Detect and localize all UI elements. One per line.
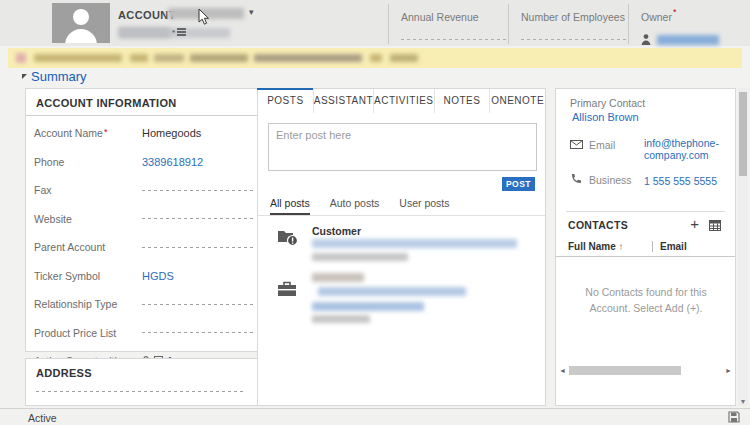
filter-user-posts[interactable]: User posts <box>399 197 449 215</box>
owner-required-marker: * <box>673 7 677 17</box>
redacted-post-text[interactable] <box>312 239 517 248</box>
parent-account-empty-value[interactable] <box>142 247 254 248</box>
website-empty-value[interactable] <box>142 218 254 219</box>
product-price-list-empty-value[interactable] <box>142 332 254 333</box>
account-avatar[interactable] <box>52 3 110 43</box>
post-filters: All posts Auto posts User posts <box>270 197 450 215</box>
business-label: Business <box>589 174 632 186</box>
warning-icon <box>16 53 26 63</box>
tab-posts[interactable]: POSTS <box>258 89 314 113</box>
chevron-down-icon[interactable]: ▾ <box>249 7 254 17</box>
field-fax[interactable]: Fax <box>26 176 257 205</box>
phone-icon <box>571 173 582 184</box>
redacted-post-meta <box>312 253 408 261</box>
owner-person-icon <box>641 34 651 45</box>
redacted-post-text-2[interactable] <box>318 287 466 296</box>
email-value[interactable]: info@thephone-company.com <box>644 137 730 161</box>
sort-ascending-icon: ↑ <box>619 241 624 252</box>
account-information-title: ACCOUNT INFORMATION <box>26 89 257 116</box>
header-field-owner[interactable]: Owner* <box>628 4 742 44</box>
address-empty-value[interactable] <box>36 391 246 392</box>
scroll-down-icon[interactable]: ▼ <box>738 398 748 405</box>
summary-section-header[interactable]: Summary <box>22 69 87 84</box>
open-grid-icon[interactable] <box>709 220 721 231</box>
redacted-owner-name[interactable] <box>657 35 719 45</box>
post-composer-input[interactable] <box>268 123 537 171</box>
header-field-employees[interactable]: Number of Employees <box>508 4 628 44</box>
contacts-empty-message: No Contacts found for this Account. Sele… <box>570 285 722 317</box>
redacted-post-text-3[interactable] <box>312 302 424 311</box>
primary-contact-panel: Primary Contact Allison Brown Email info… <box>555 88 736 406</box>
mouse-cursor <box>198 8 210 26</box>
tab-assistant[interactable]: ASSISTANT <box>314 89 374 113</box>
tab-onenote[interactable]: ONENOTE <box>490 89 545 113</box>
account-name-value[interactable]: Homegoods <box>142 127 249 139</box>
business-phone-value[interactable]: 1 555 555 5555 <box>644 175 730 187</box>
required-marker: * <box>104 127 108 137</box>
add-contact-button[interactable]: + <box>690 215 699 232</box>
email-icon <box>570 140 583 149</box>
field-website[interactable]: Website <box>26 205 257 234</box>
view-selector-icon[interactable]: * <box>172 28 186 38</box>
relationship-type-empty-value[interactable] <box>142 304 254 305</box>
primary-contact-name[interactable]: Allison Brown <box>572 111 639 123</box>
scroll-right-icon[interactable]: ► <box>724 367 733 374</box>
field-ticker-symbol[interactable]: Ticker Symbol HGDS <box>26 262 257 291</box>
phone-value[interactable]: 3389618912 <box>142 156 249 168</box>
record-header: ACCOUNT ▾ * Annual Revenue Number of Emp… <box>0 0 750 46</box>
address-panel: ADDRESS <box>25 358 258 406</box>
filter-all-posts[interactable]: All posts <box>270 197 310 215</box>
status-bar: Active <box>0 408 750 425</box>
avatar-person-icon <box>73 9 89 25</box>
scroll-left-icon[interactable]: ◄ <box>558 367 567 374</box>
record-status: Active <box>28 412 57 424</box>
field-account-name[interactable]: Account Name* Homegoods <box>26 119 257 148</box>
employees-label: Number of Employees <box>521 11 625 23</box>
annual-revenue-empty-value[interactable] <box>401 39 506 40</box>
fax-empty-value[interactable] <box>142 190 254 191</box>
save-icon[interactable] <box>728 411 740 423</box>
account-information-panel: ACCOUNT INFORMATION Account Name* Homego… <box>25 88 258 352</box>
owner-label: Owner <box>641 11 672 23</box>
vertical-scrollbar-thumb[interactable] <box>739 92 747 176</box>
address-title: ADDRESS <box>26 359 257 385</box>
social-pane-tabs: POSTS ASSISTANT ACTIVITIES NOTES ONENOTE <box>258 89 545 113</box>
contacts-title: CONTACTS <box>568 219 628 231</box>
case-alert-icon <box>277 227 299 247</box>
social-pane: POSTS ASSISTANT ACTIVITIES NOTES ONENOTE… <box>257 88 546 406</box>
email-label: Email <box>589 139 615 151</box>
employees-empty-value[interactable] <box>521 39 626 40</box>
contacts-horizontal-scrollbar[interactable]: ◄ ► <box>558 365 733 376</box>
field-relationship-type[interactable]: Relationship Type <box>26 290 257 319</box>
collapse-triangle-icon <box>22 74 27 79</box>
scrollbar-thumb[interactable] <box>569 366 681 375</box>
field-parent-account[interactable]: Parent Account <box>26 233 257 262</box>
redacted-post-title <box>312 273 364 282</box>
post-button[interactable]: POST <box>502 177 535 191</box>
redacted-post-meta-2 <box>312 315 370 323</box>
briefcase-icon <box>277 281 297 297</box>
ticker-symbol-value[interactable]: HGDS <box>142 270 249 282</box>
tab-notes[interactable]: NOTES <box>435 89 491 113</box>
column-full-name[interactable]: Full Name ↑ <box>568 241 624 252</box>
filter-auto-posts[interactable]: Auto posts <box>330 197 380 215</box>
field-phone[interactable]: Phone 3389618912 <box>26 148 257 177</box>
feed-item-title: Customer <box>312 225 361 237</box>
field-product-price-list[interactable]: Product Price List <box>26 319 257 348</box>
tab-activities[interactable]: ACTIVITIES <box>374 89 434 113</box>
annual-revenue-label: Annual Revenue <box>401 11 479 23</box>
primary-contact-label: Primary Contact <box>570 97 645 109</box>
column-email[interactable]: Email <box>660 241 687 252</box>
header-field-annual-revenue[interactable]: Annual Revenue <box>388 4 508 44</box>
notification-bar[interactable] <box>8 48 742 68</box>
page-vertical-scrollbar[interactable]: ▼ <box>738 88 748 406</box>
summary-title: Summary <box>31 69 87 84</box>
